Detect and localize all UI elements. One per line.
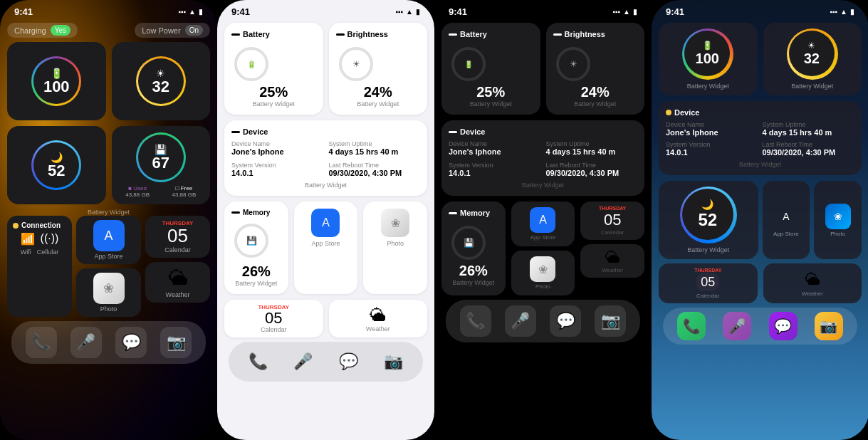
cellular-icon: ((·)) <box>41 232 59 246</box>
p4-brightness-ring: ☀ 32 <box>787 28 838 80</box>
p4-device-title: Device <box>666 108 854 117</box>
light-device-widget: Device Device Name Jone's Iphone System … <box>224 120 427 196</box>
p4-weather-icon: 🌥 <box>805 271 820 289</box>
dock-camera[interactable]: 📷 <box>160 327 192 358</box>
light-cal-day: 05 <box>265 310 282 326</box>
charging-val: Yes <box>51 25 70 36</box>
dark-appstore: A App Store <box>511 201 575 246</box>
dock-phone[interactable]: 📞 <box>26 327 57 358</box>
dark-brightness-percent: 24% <box>553 84 638 100</box>
p4-dock-mic[interactable]: 🎤 <box>723 312 751 340</box>
p4-bottom-row: 🌙 52 Battery Widget A App Store ❀ Photo <box>659 181 862 259</box>
dark-apps-col: A App Store ❀ Photo <box>511 201 575 295</box>
version-field: System Version 14.0.1 <box>231 162 323 177</box>
light-dock-phone[interactable]: 📞 <box>244 347 273 376</box>
p4-dock-phone[interactable]: 📞 <box>677 312 706 340</box>
p4-dock-cam[interactable]: 📷 <box>815 312 843 340</box>
p4-appstore-label: App Store <box>773 231 799 237</box>
device-title: Device <box>243 127 268 136</box>
dark-battery-sub: Battery Widget <box>449 100 533 108</box>
sleep-ring: 🌙 52 <box>31 140 81 190</box>
p4-battery-widget: 🔋 100 Battery Widget <box>659 23 758 95</box>
p4-uptime-label: System Uptime <box>763 121 855 128</box>
connection-label: Connection <box>21 221 61 229</box>
p4-battery-ring: 🔋 100 <box>682 28 733 80</box>
lw-line-bat <box>231 33 240 36</box>
storage-used-dot: ■ Used <box>115 185 161 192</box>
dark-bottom-row: Memory 💾 26% Battery Widget A App Store <box>441 201 644 295</box>
p4-ver-field: System Version 14.0.1 <box>666 141 758 157</box>
dark-dock-mic[interactable]: 🎤 <box>505 305 536 337</box>
svg-text:💾: 💾 <box>464 237 474 248</box>
dark-battery-percent: 25% <box>449 84 533 100</box>
p4-calendar: THURSDAY 05 Calendar <box>659 263 758 303</box>
p4-dev-dot <box>666 110 671 115</box>
top-widget-row: Battery 🔋 25% Battery Widget Brightness <box>224 23 427 115</box>
light-dock-msg[interactable]: 💬 <box>334 347 362 376</box>
uptime-field: System Uptime 4 days 15 hrs 40 m <box>329 140 421 156</box>
cal-weather-widgets: THURSDAY 05 Calendar 🌥 Weather <box>145 216 210 317</box>
low-power-val: On <box>185 25 203 36</box>
light-appstore-widget: A App Store <box>294 201 358 294</box>
connection-widget: Connection 📶 ((·)) Wifi Cellular <box>7 216 72 317</box>
status-icons-4: ▪▪▪ ▲ ▮ <box>830 8 854 16</box>
svg-text:💾: 💾 <box>246 235 257 246</box>
dark-dock-cam[interactable]: 📷 <box>595 305 626 337</box>
wifi-icon-2: ▲ <box>406 8 413 16</box>
signal-icon-3: ▪▪▪ <box>612 8 620 16</box>
device-name-label: Device Name <box>231 140 323 147</box>
light-brightness-percent: 24% <box>336 84 421 100</box>
uptime-val: 4 days 15 hrs 40 m <box>329 147 421 156</box>
status-bar-2: 9:41 ▪▪▪ ▲ ▮ <box>217 0 434 20</box>
appstore-widget: A App Store <box>76 216 141 264</box>
p4-reboot-field: Last Reboot Time 09/30/2020, 4:30 PM <box>763 141 855 157</box>
device-line <box>231 131 240 133</box>
dark-photo: ❀ Photo <box>511 251 575 295</box>
p4-sleep-label: Battery Widget <box>687 246 729 253</box>
phone-3: 9:41 ▪▪▪ ▲ ▮ Battery 🔋 25% Battery Widge… <box>434 0 652 440</box>
dark-ver-val: 14.0.1 <box>449 169 540 177</box>
light-brightness-sub: Battery Widget <box>336 100 421 108</box>
storage-used-val: 43,88 GB <box>115 192 161 198</box>
p4-reboot-val: 09/30/2020, 4:30 PM <box>763 148 855 157</box>
svg-text:🔋: 🔋 <box>247 60 256 69</box>
storage-info: ■ Used □ Free 43,88 GB 43,88 GB <box>112 185 211 198</box>
p4-dock-msg[interactable]: 💬 <box>769 312 798 340</box>
dark-memory-sub: Battery Widget <box>449 279 498 286</box>
dark-top-row: Battery 🔋 25% Battery Widget Brightness <box>441 23 644 115</box>
dock-mic[interactable]: 🎤 <box>70 327 102 358</box>
dock-message[interactable]: 💬 <box>115 327 147 358</box>
light-dock-mic[interactable]: 🎤 <box>289 347 318 376</box>
dark-name-field: Device Name Jone's Iphone <box>449 140 540 156</box>
dark-photo-icon: ❀ <box>530 256 555 282</box>
charging-label: Charging <box>14 26 46 35</box>
wifi-icon-4: ▲ <box>840 8 847 16</box>
light-appstore-label: App Store <box>301 240 351 247</box>
p4-ver-val: 14.0.1 <box>666 148 758 157</box>
light-dock-cam[interactable]: 📷 <box>379 347 407 376</box>
dark-bat-line <box>449 33 457 36</box>
time-2: 9:41 <box>231 6 250 17</box>
p4-sleep-ring: 🌙 52 <box>680 187 737 243</box>
sleep-value: 52 <box>48 163 65 179</box>
sleep-inner: 🌙 52 <box>33 142 79 188</box>
dark-appstore-icon: A <box>530 207 555 233</box>
dark-photo-sym: ❀ <box>538 263 548 276</box>
app-widgets: A App Store ❀ Photo <box>76 216 141 317</box>
p4-appstore-sym: A <box>783 211 789 222</box>
light-appstore-icon: A <box>311 209 340 237</box>
light-battery-percent: 25% <box>231 84 316 100</box>
signal-icon: ▪▪▪ <box>178 8 186 16</box>
p4-weather: 🌥 Weather <box>763 263 862 303</box>
dark-dock-msg[interactable]: 💬 <box>550 305 581 337</box>
dark-dock-phone[interactable]: 📞 <box>460 305 491 337</box>
storage-free-dot: □ Free <box>161 185 207 192</box>
mem-title: Memory <box>243 209 270 216</box>
dark-brightness-title: Brightness <box>553 30 605 38</box>
p4-uptime-val: 4 days 15 hrs 40 m <box>763 128 855 137</box>
dark-reboot-val: 09/30/2020, 4:30 PM <box>546 169 638 177</box>
dark-brightness-ring: ☀ <box>553 44 593 84</box>
appstore-icon: A <box>93 220 125 251</box>
dark-photo-label: Photo <box>535 283 550 290</box>
light-cal-label: Calendar <box>261 326 287 333</box>
